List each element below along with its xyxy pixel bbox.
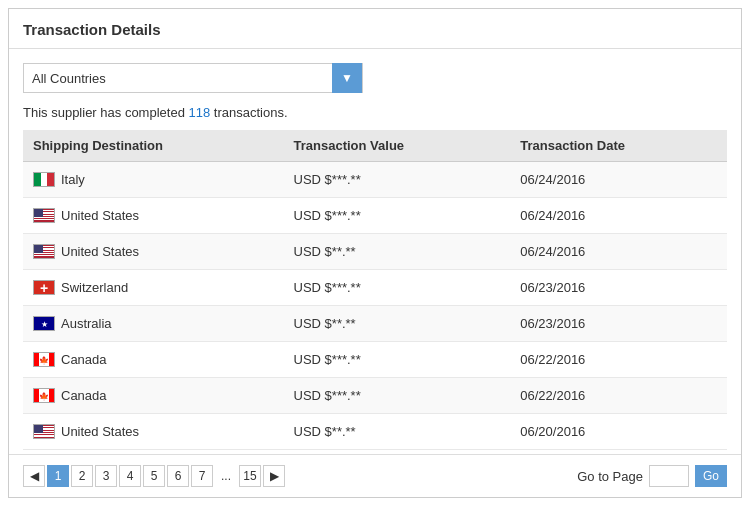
destination-cell-5: Canada [23, 342, 284, 378]
country-dropdown-arrow[interactable]: ▼ [332, 63, 362, 93]
country-name: Canada [61, 388, 107, 403]
transaction-date-7: 06/20/2016 [510, 414, 727, 450]
page-btn-7[interactable]: 7 [191, 465, 213, 487]
destination-cell-7: United States [23, 414, 284, 450]
transaction-value-2: USD $**.** [284, 234, 511, 270]
country-name: United States [61, 208, 139, 223]
page-btn-5[interactable]: 5 [143, 465, 165, 487]
destination-cell-6: Canada [23, 378, 284, 414]
col-value: Transaction Value [284, 130, 511, 162]
flag-us [33, 244, 55, 259]
flag-it [33, 172, 55, 187]
country-select-label: All Countries [24, 71, 332, 86]
transaction-value-4: USD $**.** [284, 306, 511, 342]
transaction-value-5: USD $***.** [284, 342, 511, 378]
flag-ca [33, 388, 55, 403]
transaction-date-0: 06/24/2016 [510, 162, 727, 198]
page-btn-2[interactable]: 2 [71, 465, 93, 487]
country-name: Switzerland [61, 280, 128, 295]
transaction-count: This supplier has completed 118 transact… [9, 99, 741, 130]
page-btn-6[interactable]: 6 [167, 465, 189, 487]
page-btn-15[interactable]: 15 [239, 465, 261, 487]
transaction-date-2: 06/24/2016 [510, 234, 727, 270]
transaction-value-1: USD $***.** [284, 198, 511, 234]
pagination: ◀ 1 2 3 4 5 6 7 ... 15 ▶ Go to Page Go [9, 454, 741, 497]
country-name: United States [61, 244, 139, 259]
go-page-input[interactable] [649, 465, 689, 487]
transaction-value-7: USD $**.** [284, 414, 511, 450]
transaction-date-1: 06/24/2016 [510, 198, 727, 234]
transaction-date-3: 06/23/2016 [510, 270, 727, 306]
transaction-date-6: 06/22/2016 [510, 378, 727, 414]
next-page-button[interactable]: ▶ [263, 465, 285, 487]
page-buttons: ◀ 1 2 3 4 5 6 7 ... 15 ▶ [23, 465, 285, 487]
transaction-value-3: USD $***.** [284, 270, 511, 306]
flag-ch [33, 280, 55, 295]
page-btn-3[interactable]: 3 [95, 465, 117, 487]
table-row: CanadaUSD $***.**06/22/2016 [23, 342, 727, 378]
prev-page-button[interactable]: ◀ [23, 465, 45, 487]
page-title: Transaction Details [9, 9, 741, 49]
transactions-table: Shipping Destination Transaction Value T… [23, 130, 727, 450]
destination-cell-3: Switzerland [23, 270, 284, 306]
table-row: CanadaUSD $***.**06/22/2016 [23, 378, 727, 414]
country-name: Canada [61, 352, 107, 367]
transaction-value-6: USD $***.** [284, 378, 511, 414]
flag-us [33, 424, 55, 439]
table-row: ItalyUSD $***.**06/24/2016 [23, 162, 727, 198]
transaction-date-5: 06/22/2016 [510, 342, 727, 378]
transaction-count-link[interactable]: 118 [188, 105, 210, 120]
country-name: Italy [61, 172, 85, 187]
page-btn-4[interactable]: 4 [119, 465, 141, 487]
table-row: AustraliaUSD $**.**06/23/2016 [23, 306, 727, 342]
table-header-row: Shipping Destination Transaction Value T… [23, 130, 727, 162]
destination-cell-2: United States [23, 234, 284, 270]
country-name: Australia [61, 316, 112, 331]
flag-ca [33, 352, 55, 367]
col-date: Transaction Date [510, 130, 727, 162]
col-destination: Shipping Destination [23, 130, 284, 162]
main-container: Transaction Details All Countries ▼ This… [8, 8, 742, 498]
table-row: United StatesUSD $***.**06/24/2016 [23, 198, 727, 234]
table-row: United StatesUSD $**.**06/24/2016 [23, 234, 727, 270]
table-row: SwitzerlandUSD $***.**06/23/2016 [23, 270, 727, 306]
page-btn-1[interactable]: 1 [47, 465, 69, 487]
go-to-page: Go to Page Go [577, 465, 727, 487]
destination-cell-4: Australia [23, 306, 284, 342]
flag-au [33, 316, 55, 331]
country-name: United States [61, 424, 139, 439]
go-to-page-label: Go to Page [577, 469, 643, 484]
flag-us [33, 208, 55, 223]
count-prefix: This supplier has completed [23, 105, 188, 120]
destination-cell-0: Italy [23, 162, 284, 198]
page-ellipsis: ... [215, 465, 237, 487]
destination-cell-1: United States [23, 198, 284, 234]
transaction-date-4: 06/23/2016 [510, 306, 727, 342]
go-page-button[interactable]: Go [695, 465, 727, 487]
filter-section: All Countries ▼ [9, 49, 741, 99]
transaction-value-0: USD $***.** [284, 162, 511, 198]
table-section: Shipping Destination Transaction Value T… [9, 130, 741, 450]
count-suffix: transactions. [210, 105, 287, 120]
table-row: United StatesUSD $**.**06/20/2016 [23, 414, 727, 450]
country-select[interactable]: All Countries ▼ [23, 63, 363, 93]
